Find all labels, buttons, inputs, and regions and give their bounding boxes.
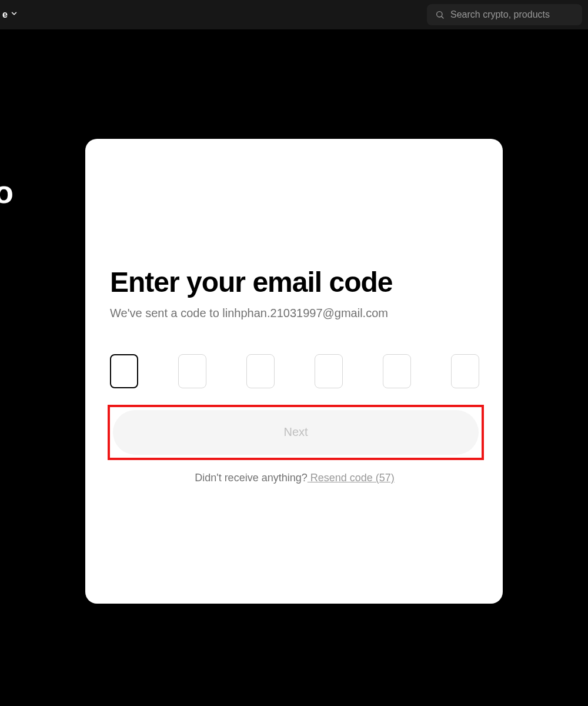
- code-input-group: [110, 354, 479, 388]
- code-input-6[interactable]: [451, 354, 479, 388]
- nav-dropdown[interactable]: e: [0, 9, 18, 20]
- email-code-modal: Enter your email code We've sent a code …: [85, 139, 503, 604]
- background-heading-fragment: o: [0, 174, 14, 210]
- search-box[interactable]: [427, 4, 582, 25]
- code-input-1[interactable]: [110, 354, 138, 388]
- code-input-3[interactable]: [246, 354, 275, 388]
- topbar: e: [0, 0, 588, 29]
- chevron-down-icon: [10, 9, 18, 20]
- resend-row: Didn't receive anything? Resend code (57…: [110, 472, 479, 484]
- code-input-4[interactable]: [315, 354, 343, 388]
- didnt-receive-label: Didn't receive anything?: [195, 472, 308, 484]
- search-input[interactable]: [450, 9, 574, 20]
- next-button-highlight: Next: [108, 405, 484, 460]
- modal-subtitle: We've sent a code to linhphan.21031997@g…: [110, 307, 479, 320]
- modal-title: Enter your email code: [110, 267, 479, 298]
- resend-code-link[interactable]: Resend code (57): [308, 472, 395, 484]
- code-input-5[interactable]: [383, 354, 411, 388]
- next-button[interactable]: Next: [113, 410, 479, 455]
- svg-line-1: [442, 16, 443, 18]
- nav-fragment-label: e: [2, 9, 8, 20]
- search-icon: [435, 10, 445, 19]
- code-input-2[interactable]: [178, 354, 206, 388]
